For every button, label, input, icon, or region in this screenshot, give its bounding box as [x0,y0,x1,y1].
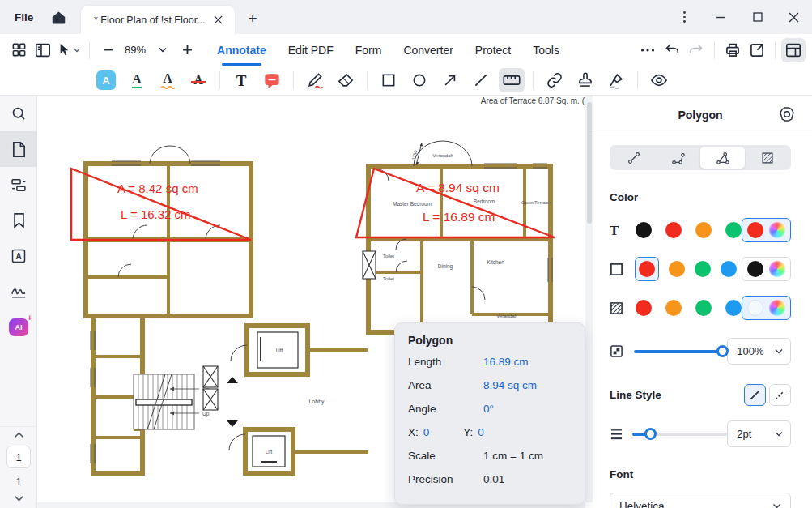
sidebar-toggle-button[interactable] [31,38,55,62]
font-family-dropdown[interactable]: Helvetica [610,493,791,508]
polygon-tool-button[interactable] [700,147,745,169]
dashed-line-button[interactable] [769,384,791,406]
stroke-color-custom[interactable] [742,257,791,281]
color-swatch-red[interactable] [665,222,682,238]
more-menu-button[interactable] [666,0,703,34]
vertical-scrollbar[interactable] [585,96,593,502]
signatures-button[interactable] [0,274,37,309]
comment-tool[interactable] [259,68,285,92]
rectangle-tool[interactable] [376,68,402,92]
line-tool[interactable] [468,68,494,92]
line-width-slider[interactable] [632,433,727,436]
color-swatch-green[interactable] [725,222,742,238]
color-swatch-green[interactable] [695,300,712,316]
length-label-right[interactable]: L = 16.89 cm [423,210,495,224]
select-tool-button[interactable] [55,38,83,62]
grid-view-button[interactable] [6,38,31,62]
area-label-right[interactable]: A = 8.94 sq cm [416,181,500,194]
color-wheel-icon[interactable] [769,222,785,238]
line-width-slider-knob[interactable] [644,428,657,440]
settings-button[interactable] [778,105,796,123]
color-wheel-icon[interactable] [769,300,785,316]
share-button[interactable] [745,38,769,62]
link-tool[interactable] [542,68,568,92]
home-button[interactable] [45,5,72,29]
line-width-dropdown[interactable]: 2pt [727,420,791,447]
color-swatch-orange[interactable] [695,222,712,238]
maximize-button[interactable] [739,0,776,34]
text-color-custom[interactable] [742,218,791,242]
new-tab-button[interactable]: + [240,7,265,30]
measure-tool[interactable] [499,68,525,92]
arrow-tool[interactable] [437,68,463,92]
color-swatch-red[interactable] [639,261,655,277]
tab-edit-pdf[interactable]: Edit PDF [288,34,334,66]
tab-protect[interactable]: Protect [475,34,511,66]
print-button[interactable] [721,38,745,62]
file-menu[interactable]: File [0,11,45,23]
tab-form[interactable]: Form [355,34,382,66]
dimension-marker: 1750 [411,143,423,165]
color-swatch-orange[interactable] [665,300,682,316]
zoom-out-button[interactable] [96,38,120,62]
annotations-button[interactable]: A [0,238,37,274]
current-page-input[interactable]: 1 [6,446,31,468]
distance-tool-button[interactable] [611,147,656,169]
zoom-in-button[interactable] [175,38,199,62]
redo-button[interactable] [684,38,708,62]
opacity-dropdown[interactable]: 100% [727,338,791,365]
opacity-slider[interactable] [634,350,727,353]
room-label: Bedroom [474,199,495,204]
undo-button[interactable] [660,38,684,62]
underline-tool[interactable]: A [124,68,150,92]
polygon-annotation-left[interactable] [71,169,251,240]
bookmarks-button[interactable] [0,203,37,238]
tab-converter[interactable]: Converter [403,34,453,66]
color-swatch-red[interactable] [636,300,652,316]
pencil-tool[interactable] [302,68,328,92]
color-swatch-orange[interactable] [669,261,685,277]
outline-button[interactable] [0,167,37,203]
ai-assistant-button[interactable]: AI [0,309,37,345]
color-swatch-blue[interactable] [721,261,737,277]
zoom-menu-button[interactable] [151,38,175,62]
tab-tools[interactable]: Tools [533,34,559,66]
scrollbar-thumb[interactable] [587,102,592,224]
panel-layout-button[interactable] [781,38,806,62]
opacity-slider-knob[interactable] [716,345,729,357]
current-fill-color[interactable] [747,300,763,316]
more-tools-button[interactable] [636,38,660,62]
eraser-tool[interactable] [333,68,359,92]
visibility-tool[interactable] [646,68,672,92]
squiggly-tool[interactable]: A [155,68,181,92]
stamp-tool[interactable] [572,68,598,92]
stroke-color-selected-box[interactable] [635,257,659,281]
highlight-tool[interactable]: A [93,68,119,92]
fill-color-custom[interactable] [742,296,791,320]
ellipse-tool[interactable] [406,68,432,92]
page-up-icon[interactable] [14,432,24,438]
color-swatch-black[interactable] [636,222,652,238]
search-button[interactable] [0,96,37,131]
tab-close-icon[interactable] [209,11,227,29]
current-text-color[interactable] [747,222,763,238]
document-tab[interactable]: * Floor Plan of !st Floor... [81,6,235,34]
perimeter-tool-button[interactable] [656,147,700,169]
zoom-level[interactable]: 89% [120,44,151,56]
color-swatch-blue[interactable] [725,300,742,316]
signature-tool[interactable] [603,68,629,92]
solid-line-button[interactable] [744,384,766,406]
color-wheel-icon[interactable] [769,261,785,277]
thumbnails-button[interactable] [0,131,37,167]
length-label-left[interactable]: L = 16.32 cm [121,207,191,221]
area-tool-button[interactable] [745,147,789,169]
close-button[interactable] [776,0,812,34]
area-label-left[interactable]: A = 8.42 sq cm [117,181,198,195]
strikeout-tool[interactable]: A [185,68,211,92]
text-tool[interactable]: T [228,68,254,92]
minimize-button[interactable] [703,0,739,34]
color-swatch-green[interactable] [695,261,711,277]
current-stroke-alt-color[interactable] [747,261,763,277]
page-down-icon[interactable] [14,495,24,502]
tab-annotate[interactable]: Annotate [217,34,266,66]
